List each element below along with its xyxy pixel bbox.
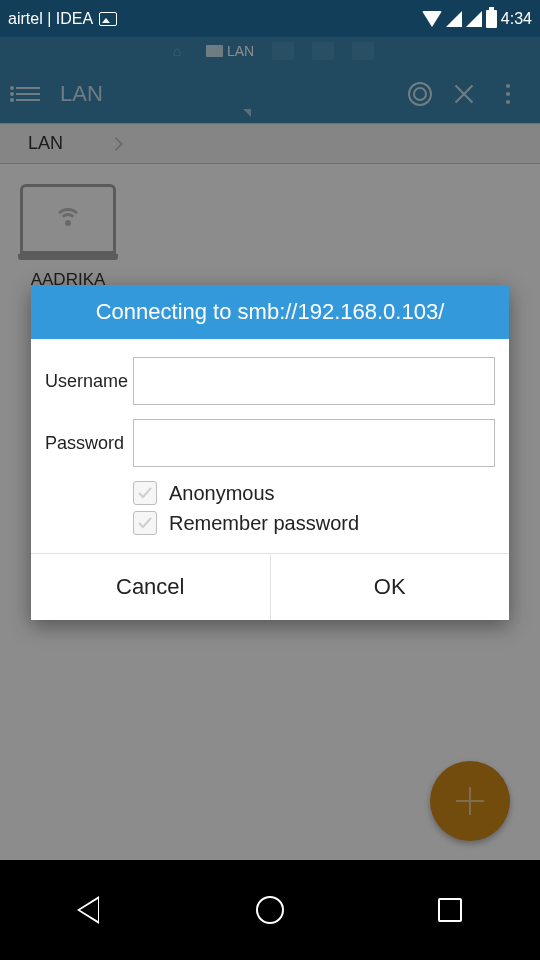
- cancel-button[interactable]: Cancel: [31, 554, 271, 620]
- remember-checkbox[interactable]: [133, 511, 157, 535]
- battery-icon: [486, 10, 497, 28]
- nav-back[interactable]: [73, 893, 107, 927]
- signal-icon-1: [446, 11, 462, 27]
- signal-icon-2: [466, 11, 482, 27]
- wifi-icon: [422, 11, 442, 27]
- username-label: Username: [45, 371, 133, 392]
- anonymous-label: Anonymous: [169, 482, 275, 505]
- username-input[interactable]: [133, 357, 495, 405]
- clock: 4:34: [501, 10, 532, 28]
- password-label: Password: [45, 433, 133, 454]
- anonymous-checkbox[interactable]: [133, 481, 157, 505]
- connect-dialog: Connecting to smb://192.168.0.103/ Usern…: [31, 285, 509, 620]
- picture-icon: [99, 12, 117, 26]
- nav-home[interactable]: [253, 893, 287, 927]
- carrier-label: airtel | IDEA: [8, 10, 93, 28]
- nav-recent[interactable]: [433, 893, 467, 927]
- dialog-title: Connecting to smb://192.168.0.103/: [31, 285, 509, 339]
- password-input[interactable]: [133, 419, 495, 467]
- system-navbar: [0, 860, 540, 960]
- status-bar: airtel | IDEA 4:34: [0, 0, 540, 37]
- remember-label: Remember password: [169, 512, 359, 535]
- ok-button[interactable]: OK: [271, 554, 510, 620]
